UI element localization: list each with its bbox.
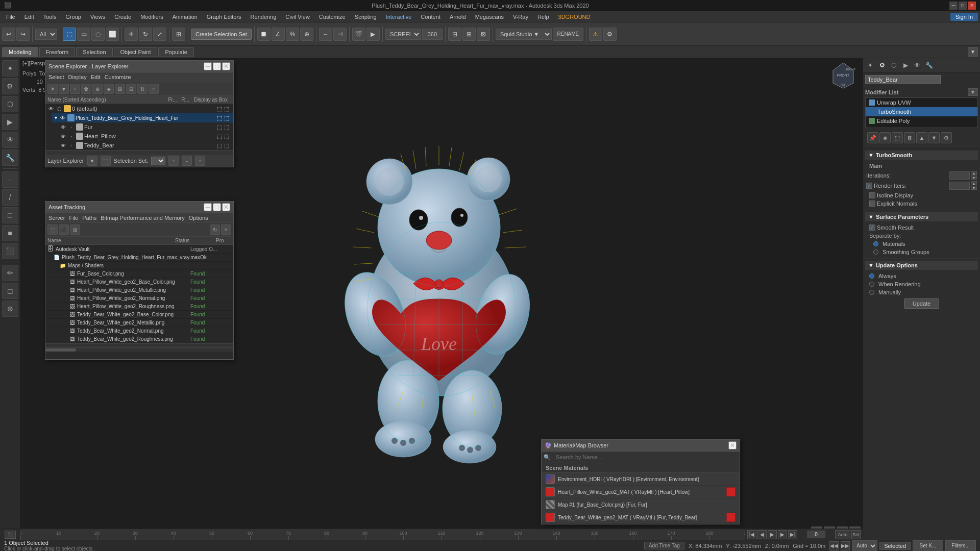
- element-subobj[interactable]: ⬛: [2, 243, 18, 259]
- se-close-filter[interactable]: ✕: [47, 84, 58, 94]
- mod-editable-poly[interactable]: Editable Poly: [866, 116, 977, 126]
- se-menu-display[interactable]: Display: [68, 74, 87, 80]
- viewport[interactable]: [+][Perspective][Standard][Default Shadi…: [20, 58, 863, 540]
- rp-motion-icon[interactable]: ▶: [900, 60, 911, 70]
- se-view-opts[interactable]: ≡: [149, 84, 159, 94]
- layout-btn1[interactable]: ⊟: [448, 28, 461, 41]
- mod-pin-btn[interactable]: 📌: [867, 132, 878, 143]
- menu-rendering[interactable]: Rendering: [247, 13, 281, 21]
- hierarchy-btn[interactable]: ⬡: [2, 96, 18, 112]
- go-start-btn[interactable]: |◀: [747, 530, 756, 539]
- select-region-btn[interactable]: ▭: [77, 28, 90, 41]
- menu-edit[interactable]: Edit: [20, 13, 38, 21]
- at-close[interactable]: ✕: [222, 203, 230, 211]
- se-highlight[interactable]: ◈: [104, 84, 114, 94]
- ts-render-iters-input[interactable]: 2: [949, 182, 970, 190]
- angle-snap[interactable]: ∠: [272, 28, 285, 41]
- rename-btn[interactable]: RENAME: [553, 28, 583, 41]
- uo-render-radio[interactable]: [869, 282, 874, 287]
- window-crossing-btn[interactable]: ⬜: [106, 28, 119, 41]
- at-row-heart-rough[interactable]: 🖼 Heart_Pillow_White_geo2_Roughness.png …: [45, 303, 233, 311]
- scene-explorer-minimize[interactable]: ─: [204, 62, 212, 70]
- se-row-heart[interactable]: 👁 · Heart_Pillow ⬚ ⬚: [58, 132, 233, 141]
- scale-btn[interactable]: ⤢: [153, 28, 166, 41]
- at-row-teddy-normal[interactable]: 🖼 Teddy_Bear_White_geo2_Normal.png Found: [45, 327, 233, 335]
- tab-object-paint[interactable]: Object Paint: [114, 47, 158, 57]
- se-row-teddybear[interactable]: 👁 · Teddy_Bear ⬚ ⬚: [58, 141, 233, 150]
- transform-gizmo[interactable]: ⊕: [2, 300, 18, 317]
- viewport-switch-btn[interactable]: ⬛: [5, 531, 16, 539]
- menu-modifiers[interactable]: Modifiers: [136, 13, 167, 21]
- at-menu-options[interactable]: Options: [189, 215, 208, 221]
- menu-scripting[interactable]: Scripting: [351, 13, 381, 21]
- motion-btn[interactable]: ▶: [2, 114, 18, 130]
- navigation-cube[interactable]: FRONT RIGHT TOP: [828, 60, 859, 91]
- at-row-teddy-metallic[interactable]: 🖼 Teddy_Bear_White_geo2_Metallic.png Fou…: [45, 319, 233, 327]
- menu-vray[interactable]: V-Ray: [509, 13, 532, 21]
- se-new-layer[interactable]: +: [70, 84, 80, 94]
- mb-close[interactable]: ✕: [728, 441, 737, 449]
- render-setup[interactable]: 🎬: [352, 28, 365, 41]
- redo-button[interactable]: ↪: [16, 28, 30, 41]
- set-key-btn[interactable]: Set: [851, 530, 861, 539]
- at-row-teddy-base[interactable]: 🖼 Teddy_Bear_White_geo2_Base_Color.png F…: [45, 311, 233, 319]
- mod-turbosmooth[interactable]: TurboSmooth: [866, 107, 977, 116]
- minimize-button[interactable]: ─: [949, 2, 958, 10]
- maximize-button[interactable]: □: [959, 2, 967, 10]
- menu-civil-view[interactable]: Civil View: [281, 13, 313, 21]
- object-name-input[interactable]: [865, 75, 941, 84]
- menu-tools[interactable]: Tools: [39, 13, 61, 21]
- at-menu-server[interactable]: Server: [48, 215, 65, 221]
- menu-help[interactable]: Help: [533, 13, 553, 21]
- menu-views[interactable]: Views: [86, 13, 109, 21]
- menu-create[interactable]: Create: [110, 13, 135, 21]
- ts-iter-down[interactable]: ▼: [971, 176, 977, 180]
- poly-subobj[interactable]: ■: [2, 225, 18, 241]
- ts-iter-up[interactable]: ▲: [971, 171, 977, 175]
- tab-populate[interactable]: Populate: [158, 47, 193, 57]
- border-subobj[interactable]: □: [2, 207, 18, 223]
- at-row-teddy-rough[interactable]: 🖼 Teddy_Bear_White_geo2_Roughness.png Fo…: [45, 335, 233, 343]
- modify-panel-btn[interactable]: ⚙: [2, 78, 18, 94]
- at-btn3[interactable]: ⊞: [70, 224, 80, 235]
- snap-toggle[interactable]: 🔲: [257, 28, 271, 41]
- mirror-btn[interactable]: ↔: [319, 28, 332, 41]
- se-menu-select[interactable]: Select: [48, 74, 64, 80]
- layout-btn2[interactable]: ⊞: [462, 28, 476, 41]
- align-btn[interactable]: ⊣: [333, 28, 347, 41]
- mb-material-environment[interactable]: Environment_HDRI ( VRayHDRI ) [Environme…: [542, 473, 740, 486]
- spinner-snap[interactable]: ⊕: [300, 28, 313, 41]
- se-sort[interactable]: ⇅: [137, 84, 148, 94]
- ts-render-up[interactable]: ▲: [971, 181, 977, 185]
- at-more[interactable]: ≡: [221, 224, 231, 235]
- se-child[interactable]: ⊞: [115, 84, 125, 94]
- at-refresh[interactable]: ↻: [210, 224, 220, 235]
- create-selection-set-btn[interactable]: Create Selection Set: [191, 29, 252, 40]
- at-scrollbar[interactable]: [45, 343, 233, 347]
- next-frame-btn[interactable]: ▶: [778, 530, 787, 539]
- material-browser-header[interactable]: 🔮 Material/Map Browser ✕: [542, 440, 740, 452]
- mod-config-btn[interactable]: ⚙: [941, 132, 952, 143]
- create-panel-btn[interactable]: ✦: [2, 60, 18, 77]
- layout-btn3[interactable]: ⊠: [477, 28, 490, 41]
- at-row-heart-metallic[interactable]: 🖼 Heart_Pillow_White_geo2_Metallic.png F…: [45, 286, 233, 294]
- ts-render-down[interactable]: ▼: [971, 186, 977, 190]
- workspace-dropdown[interactable]: Squid Studio ▼: [496, 29, 552, 40]
- menu-animation[interactable]: Animation: [168, 13, 202, 21]
- menu-graph-editors[interactable]: Graph Editors: [203, 13, 246, 21]
- ts-render-checkbox[interactable]: [866, 183, 872, 189]
- at-btn1[interactable]: ⬚: [47, 224, 58, 235]
- se-scrollbar[interactable]: [45, 150, 233, 154]
- menu-3dground[interactable]: 3DGROUND: [554, 13, 595, 21]
- sign-in-btn[interactable]: Sign In: [950, 13, 978, 21]
- se-row-plush[interactable]: ▼ 👁 Plush_Teddy_Bear_Grey_Holding_Heart_…: [52, 113, 233, 122]
- uo-always-radio[interactable]: [869, 273, 874, 279]
- menu-group[interactable]: Group: [61, 13, 85, 21]
- close-button[interactable]: ✕: [968, 2, 976, 10]
- at-row-vault[interactable]: 🗄 Autodesk Vault Logged O...: [45, 245, 233, 254]
- scene-explorer-close[interactable]: ✕: [222, 62, 230, 70]
- mod-graph-btn[interactable]: ◈: [879, 132, 891, 143]
- se-sel-add[interactable]: +: [168, 156, 179, 166]
- selection-dropdown[interactable]: All: [35, 29, 57, 40]
- status-next-btn[interactable]: ▶▶: [841, 541, 850, 550]
